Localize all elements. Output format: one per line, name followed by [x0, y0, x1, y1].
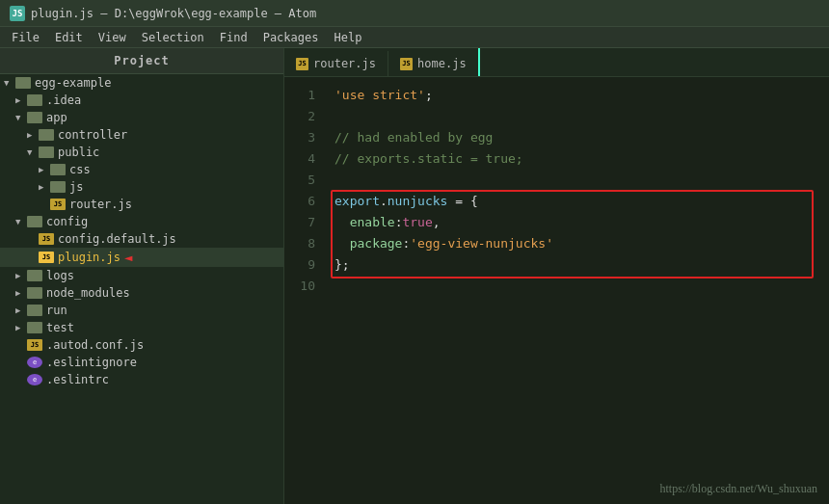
- folder-icon: [27, 216, 42, 227]
- folder-icon: [27, 322, 42, 333]
- js-file-icon: JS: [50, 199, 66, 210]
- eslint-icon: e: [27, 374, 42, 385]
- tree-item-eslintignore[interactable]: ▶ e .eslintignore: [0, 354, 283, 371]
- tree-item-app[interactable]: ▼ app: [0, 109, 283, 126]
- tab-home-js[interactable]: JS home.js: [388, 51, 478, 76]
- tab-label: home.js: [417, 57, 467, 70]
- tree-item-egg-example[interactable]: ▼ egg-example: [0, 74, 283, 92]
- red-arrow-indicator: ◄: [124, 250, 132, 265]
- eslint-icon: e: [27, 357, 42, 368]
- tree-item-node-modules[interactable]: ▶ node_modules: [0, 284, 283, 302]
- tree-item-controller[interactable]: ▶ controller: [0, 126, 283, 144]
- js-file-icon: JS: [39, 233, 54, 245]
- tree-item-router-js[interactable]: ▶ JS router.js: [0, 196, 283, 213]
- folder-icon: [27, 112, 42, 123]
- js-file-icon: JS: [39, 252, 54, 263]
- tree-item-idea[interactable]: ▶ .idea: [0, 92, 283, 109]
- tree-item-test[interactable]: ▶ test: [0, 319, 283, 336]
- folder-icon: [50, 181, 66, 193]
- tree-item-run[interactable]: ▶ run: [0, 302, 283, 319]
- js-file-icon: JS: [27, 339, 42, 351]
- menu-packages[interactable]: Packages: [255, 29, 327, 46]
- folder-icon: [39, 146, 54, 158]
- line-numbers: 1 2 3 4 5 6 7 8 9 10: [284, 77, 323, 504]
- menu-selection[interactable]: Selection: [134, 29, 212, 46]
- folder-icon: [15, 77, 31, 89]
- main-layout: Project ▼ egg-example ▶ .idea ▼ app ▶ co…: [0, 48, 829, 504]
- folder-icon: [39, 129, 54, 141]
- tab-router-js[interactable]: JS router.js: [284, 51, 388, 76]
- menu-find[interactable]: Find: [212, 29, 255, 46]
- folder-icon: [27, 94, 42, 106]
- menu-help[interactable]: Help: [326, 29, 369, 46]
- app-icon: JS: [10, 6, 25, 21]
- tree-item-config[interactable]: ▼ config: [0, 213, 283, 230]
- tree-item-js[interactable]: ▶ js: [0, 178, 283, 196]
- window-title: plugin.js — D:\eggWrok\egg-example — Ato…: [31, 7, 316, 20]
- folder-icon: [27, 287, 42, 299]
- tree-item-eslintrc[interactable]: ▶ e .eslintrc: [0, 371, 283, 388]
- titlebar: JS plugin.js — D:\eggWrok\egg-example — …: [0, 0, 829, 27]
- code-container: 1 2 3 4 5 6 7 8 9 10 'use strict'; // ha…: [284, 77, 829, 504]
- tree-item-public[interactable]: ▼ public: [0, 144, 283, 161]
- menu-edit[interactable]: Edit: [47, 29, 91, 46]
- tab-bar: JS router.js JS home.js: [284, 48, 829, 77]
- folder-icon: [27, 270, 42, 281]
- tab-label: router.js: [313, 57, 376, 70]
- sidebar-header: Project: [0, 48, 283, 74]
- tree-item-plugin-js[interactable]: ▶ JS plugin.js ◄: [0, 248, 283, 267]
- file-tree-sidebar: Project ▼ egg-example ▶ .idea ▼ app ▶ co…: [0, 48, 284, 504]
- tree-item-autod[interactable]: ▶ JS .autod.conf.js: [0, 336, 283, 354]
- menu-file[interactable]: File: [4, 29, 47, 46]
- active-tab-right-indicator: [478, 48, 480, 76]
- folder-icon: [27, 305, 42, 316]
- tree-item-config-default[interactable]: ▶ JS config.default.js: [0, 230, 283, 248]
- js-tab-icon: JS: [400, 58, 413, 70]
- tree-item-css[interactable]: ▶ css: [0, 161, 283, 178]
- menu-view[interactable]: View: [91, 29, 134, 46]
- code-editor[interactable]: 'use strict'; // had enabled by egg // e…: [323, 77, 829, 504]
- js-tab-icon: JS: [296, 58, 308, 70]
- folder-icon: [50, 164, 66, 175]
- menubar: File Edit View Selection Find Packages H…: [0, 27, 829, 48]
- editor-area: JS router.js JS home.js 1 2 3 4 5 6 7 8 …: [284, 48, 829, 504]
- watermark: https://blog.csdn.net/Wu_shuxuan: [659, 482, 817, 496]
- tree-item-logs[interactable]: ▶ logs: [0, 267, 283, 284]
